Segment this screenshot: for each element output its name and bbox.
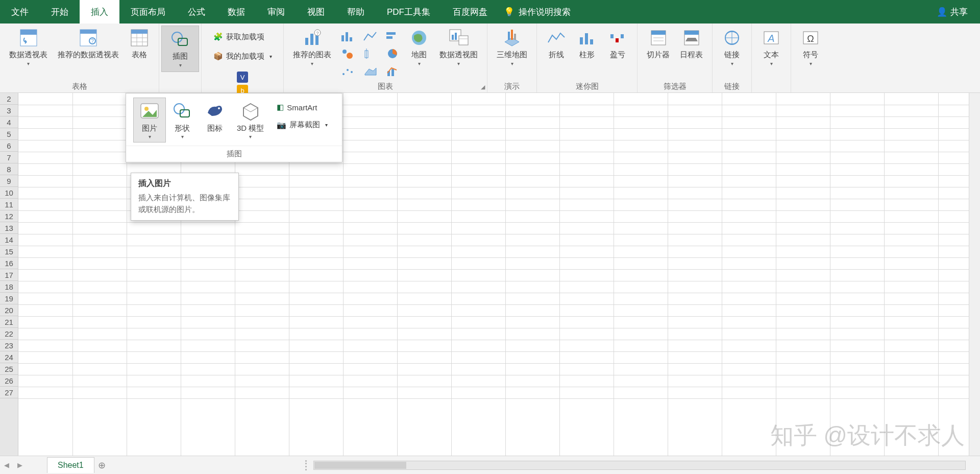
row-header[interactable]: 21 (0, 316, 18, 328)
chart-bar-button[interactable] (381, 28, 404, 45)
tab-file[interactable]: 文件 (0, 0, 40, 23)
chart-statistic-button[interactable] (359, 45, 381, 62)
icons-button[interactable]: 图标 (199, 98, 231, 143)
svg-text:?: ? (316, 31, 318, 36)
my-addins-button[interactable]: 📦我的加载项▾ (209, 49, 276, 63)
pivot-chart-button[interactable]: 数据透视图 (434, 26, 483, 67)
flyout-group-label: 插图 (126, 146, 342, 162)
slicer-button[interactable]: 切片器 (642, 26, 675, 60)
link-button[interactable]: 链接 (717, 26, 747, 67)
row-headers[interactable]: 2345678910111213141516171819202122232425… (0, 93, 18, 456)
3d-map-button[interactable]: 三维地图 (492, 26, 532, 67)
tab-pdf[interactable]: PDF工具集 (376, 0, 442, 23)
share-button[interactable]: 👤 共享 (924, 0, 980, 23)
tab-data[interactable]: 数据 (216, 0, 256, 23)
row-header[interactable]: 11 (0, 199, 18, 210)
row-header[interactable]: 23 (0, 340, 18, 351)
charts-dialog-launcher[interactable]: ◢ (481, 84, 485, 90)
pivot-table-button[interactable]: 数据透视表 (4, 26, 53, 67)
tab-insert[interactable]: 插入 (80, 0, 119, 23)
row-header[interactable]: 13 (0, 222, 18, 234)
tab-layout[interactable]: 页面布局 (119, 0, 177, 23)
maps-label: 地图 (411, 50, 427, 60)
row-header[interactable]: 25 (0, 363, 18, 375)
chart-surface-button[interactable] (359, 62, 381, 80)
svg-point-30 (342, 50, 347, 54)
chart-hierarchy-button[interactable] (336, 45, 359, 62)
group-charts-label: 图表 (288, 80, 483, 92)
row-header[interactable]: 2 (0, 93, 18, 105)
svg-text:A: A (767, 33, 774, 44)
maps-button[interactable]: 地图 (404, 26, 434, 67)
pivot-chart-label: 数据透视图 (439, 50, 478, 60)
chart-pie-button[interactable] (381, 45, 404, 62)
text-button[interactable]: A文本 (756, 26, 787, 67)
share-icon: 👤 (937, 7, 947, 17)
insert-picture-button[interactable]: 图片 (133, 98, 166, 143)
get-addins-button[interactable]: 🧩获取加载项 (209, 30, 268, 44)
row-header[interactable]: 3 (0, 105, 18, 116)
add-sheet-button[interactable]: ⊕ (94, 460, 110, 471)
my-addins-icon: 📦 (213, 51, 223, 61)
sheet-tab-active[interactable]: Sheet1 (47, 457, 94, 473)
sparkline-line-button[interactable]: 折线 (541, 26, 572, 60)
chart-line-button[interactable] (359, 28, 381, 45)
screenshot-button[interactable]: 📷屏幕截图▾ (274, 118, 331, 132)
row-header[interactable]: 27 (0, 387, 18, 398)
row-header[interactable]: 26 (0, 375, 18, 387)
smartart-button[interactable]: ◧SmartArt (274, 101, 331, 114)
svg-text:V: V (240, 74, 245, 81)
chart-column-button[interactable] (336, 28, 359, 45)
chart-combo-button[interactable] (381, 62, 404, 80)
tab-help[interactable]: 帮助 (336, 0, 376, 23)
tab-home[interactable]: 开始 (40, 0, 80, 23)
row-header[interactable]: 17 (0, 269, 18, 281)
symbol-button[interactable]: Ω符号 (795, 26, 826, 67)
table-button[interactable]: 表格 (124, 26, 155, 60)
row-header[interactable]: 5 (0, 128, 18, 140)
vertical-scrollbar[interactable] (969, 93, 980, 456)
row-header[interactable]: 20 (0, 304, 18, 316)
group-illustrations: 插图 (159, 23, 202, 92)
sheet-nav-next[interactable]: ▶ (13, 461, 27, 469)
tell-me-search[interactable]: 💡 操作说明搜索 (504, 0, 571, 23)
svg-point-12 (172, 32, 182, 42)
group-sparklines-label: 迷你图 (541, 80, 633, 92)
fly-smartart-label: SmartArt (287, 103, 317, 112)
row-header[interactable]: 8 (0, 163, 18, 175)
tab-review[interactable]: 审阅 (256, 0, 296, 23)
menu-tabbar: 文件 开始 插入 页面布局 公式 数据 审阅 视图 帮助 PDF工具集 百度网盘… (0, 0, 980, 23)
group-text: A文本 (752, 23, 791, 92)
timeline-button[interactable]: 日程表 (675, 26, 708, 60)
row-header[interactable]: 4 (0, 116, 18, 128)
row-header[interactable]: 12 (0, 210, 18, 222)
row-header[interactable]: 15 (0, 246, 18, 257)
tab-formula[interactable]: 公式 (177, 0, 216, 23)
tab-view[interactable]: 视图 (296, 0, 336, 23)
slicer-icon (648, 28, 669, 48)
row-header[interactable]: 7 (0, 152, 18, 163)
recommended-charts-button[interactable]: ? 推荐的图表 (288, 26, 336, 67)
row-header[interactable]: 10 (0, 187, 18, 199)
row-header[interactable]: 22 (0, 328, 18, 340)
row-header[interactable]: 16 (0, 257, 18, 269)
row-header[interactable]: 19 (0, 293, 18, 304)
link-icon (722, 28, 742, 48)
row-header[interactable]: 18 (0, 281, 18, 293)
chart-scatter-button[interactable] (336, 62, 359, 80)
illustrations-button[interactable]: 插图 (161, 26, 199, 72)
tab-baidu[interactable]: 百度网盘 (442, 0, 499, 23)
row-header[interactable]: 9 (0, 175, 18, 187)
shapes-button[interactable]: 形状 (166, 98, 199, 143)
row-header[interactable]: 14 (0, 234, 18, 246)
sparkline-column-button[interactable]: 柱形 (572, 26, 602, 60)
recommended-pivot-button[interactable]: ? 推荐的数据透视表 (53, 26, 124, 60)
row-header[interactable]: 6 (0, 140, 18, 152)
horizontal-scrollbar[interactable] (313, 461, 966, 470)
sheet-nav-prev[interactable]: ◀ (0, 461, 13, 469)
fly-shapes-label: 形状 (175, 124, 190, 133)
visio-icon[interactable]: V (237, 72, 248, 83)
row-header[interactable]: 24 (0, 351, 18, 363)
3d-models-button[interactable]: 3D 模型 (231, 98, 270, 143)
sparkline-winloss-button[interactable]: 盈亏 (602, 26, 633, 60)
